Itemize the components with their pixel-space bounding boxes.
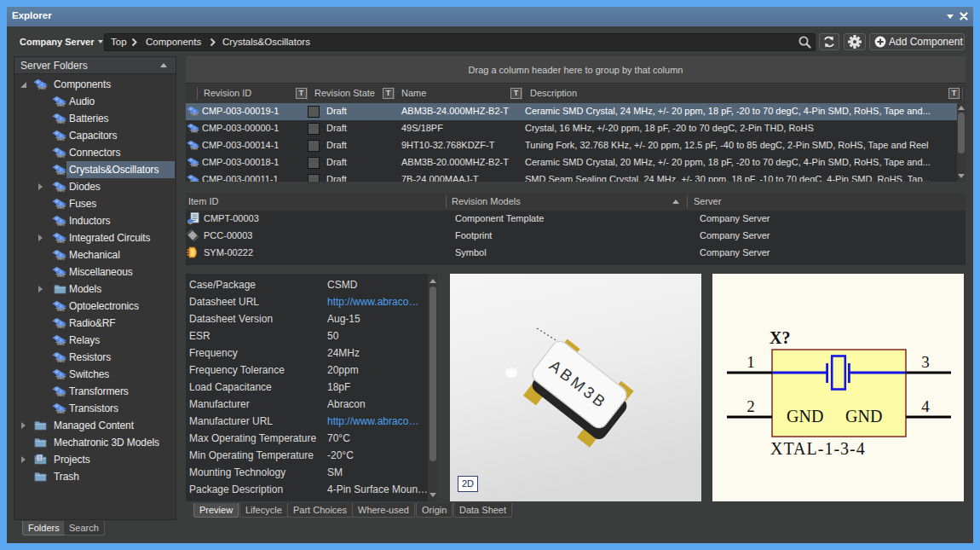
svg-text:2: 2 [747,397,755,415]
svg-text:4: 4 [921,397,930,415]
svg-text:XTAL-1-3-4: XTAL-1-3-4 [770,439,866,458]
svg-text:X?: X? [770,328,790,347]
svg-text:1: 1 [747,353,755,371]
svg-text:3: 3 [921,353,930,371]
svg-text:GND: GND [787,407,823,426]
svg-text:GND: GND [845,407,882,426]
